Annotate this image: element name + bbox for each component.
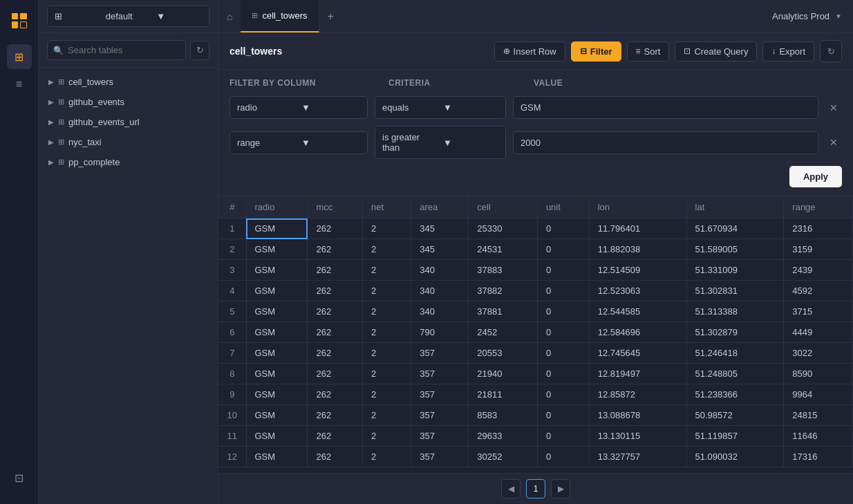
cell-3-radio[interactable]: GSM <box>246 260 308 281</box>
cell-8-lon[interactable]: 12.819497 <box>589 364 686 384</box>
cell-1-net[interactable]: 2 <box>363 218 411 239</box>
cell-6-range[interactable]: 4449 <box>784 322 853 343</box>
sidebar-item-nyc-taxi[interactable]: ▶ ⊞ nyc_taxi <box>39 132 218 152</box>
cell-9-cell[interactable]: 21811 <box>469 384 538 405</box>
cell-3-area[interactable]: 340 <box>411 260 469 281</box>
cell-5-unit[interactable]: 0 <box>537 301 589 322</box>
cell-12-range[interactable]: 17316 <box>784 447 853 467</box>
table-row[interactable]: 8GSM262235721940012.81949751.2488058590 <box>218 364 853 384</box>
sort-button[interactable]: ≡ Sort <box>627 41 670 62</box>
cell-10-area[interactable]: 357 <box>411 405 469 426</box>
cell-2-range[interactable]: 3159 <box>784 239 853 260</box>
cell-4-lat[interactable]: 51.302831 <box>686 281 784 301</box>
cell-1-mcc[interactable]: 262 <box>308 218 363 239</box>
cell-12-cell[interactable]: 30252 <box>469 447 538 467</box>
cell-1-lon[interactable]: 11.796401 <box>589 218 686 239</box>
cell-4-lon[interactable]: 12.523063 <box>589 281 686 301</box>
cell-2-row[interactable]: 2 <box>218 239 246 260</box>
refresh-button[interactable]: ↻ <box>190 41 209 60</box>
cell-10-net[interactable]: 2 <box>363 405 411 426</box>
cell-12-unit[interactable]: 0 <box>537 447 589 467</box>
cell-8-radio[interactable]: GSM <box>246 364 308 384</box>
cell-9-range[interactable]: 9964 <box>784 384 853 405</box>
table-row[interactable]: 5GSM262234037881012.54458551.3133883715 <box>218 301 853 322</box>
filter-button[interactable]: ⊟ Filter <box>571 41 621 62</box>
cell-3-lat[interactable]: 51.331009 <box>686 260 784 281</box>
cell-11-radio[interactable]: GSM <box>246 426 308 447</box>
table-row[interactable]: 9GSM262235721811012.8587251.2383669964 <box>218 384 853 405</box>
cell-7-unit[interactable]: 0 <box>537 343 589 364</box>
sidebar-item-pp-complete[interactable]: ▶ ⊞ pp_complete <box>39 152 218 172</box>
cell-8-cell[interactable]: 21940 <box>469 364 538 384</box>
cell-9-net[interactable]: 2 <box>363 384 411 405</box>
sidebar-item-cell-towers[interactable]: ▶ ⊞ cell_towers <box>39 72 218 92</box>
cell-5-row[interactable]: 5 <box>218 301 246 322</box>
cell-6-net[interactable]: 2 <box>363 322 411 343</box>
filter-remove-2[interactable]: ✕ <box>825 134 842 151</box>
cell-10-range[interactable]: 24815 <box>784 405 853 426</box>
cell-1-cell[interactable]: 25330 <box>469 218 538 239</box>
cell-3-unit[interactable]: 0 <box>537 260 589 281</box>
cell-11-lat[interactable]: 51.119857 <box>686 426 784 447</box>
add-tab-button[interactable]: + <box>319 10 342 23</box>
cell-11-mcc[interactable]: 262 <box>308 426 363 447</box>
filter-criteria-select-2[interactable]: is greater than ▼ <box>375 126 506 159</box>
search-input[interactable] <box>68 45 180 55</box>
cell-11-unit[interactable]: 0 <box>537 426 589 447</box>
nav-settings-icon[interactable]: ⊡ <box>7 465 32 490</box>
cell-9-lat[interactable]: 51.238366 <box>686 384 784 405</box>
cell-3-net[interactable]: 2 <box>363 260 411 281</box>
cell-4-range[interactable]: 4592 <box>784 281 853 301</box>
cell-6-row[interactable]: 6 <box>218 322 246 343</box>
cell-9-mcc[interactable]: 262 <box>308 384 363 405</box>
cell-4-net[interactable]: 2 <box>363 281 411 301</box>
cell-3-cell[interactable]: 37883 <box>469 260 538 281</box>
cell-5-range[interactable]: 3715 <box>784 301 853 322</box>
cell-2-unit[interactable]: 0 <box>537 239 589 260</box>
home-breadcrumb[interactable]: ⌂ <box>218 11 241 22</box>
cell-9-radio[interactable]: GSM <box>246 384 308 405</box>
cell-6-radio[interactable]: GSM <box>246 322 308 343</box>
table-refresh-button[interactable]: ↻ <box>820 40 842 62</box>
cell-1-radio[interactable]: GSM <box>246 218 308 239</box>
table-row[interactable]: 3GSM262234037883012.51450951.3310092439 <box>218 260 853 281</box>
cell-11-net[interactable]: 2 <box>363 426 411 447</box>
cell-4-unit[interactable]: 0 <box>537 281 589 301</box>
cell-2-radio[interactable]: GSM <box>246 239 308 260</box>
cell-4-mcc[interactable]: 262 <box>308 281 363 301</box>
cell-8-net[interactable]: 2 <box>363 364 411 384</box>
cell-10-cell[interactable]: 8583 <box>469 405 538 426</box>
cell-1-range[interactable]: 2316 <box>784 218 853 239</box>
apply-button[interactable]: Apply <box>789 166 842 187</box>
nav-tables-icon[interactable]: ⊞ <box>7 44 32 69</box>
filter-col-select-2[interactable]: range ▼ <box>229 131 368 154</box>
insert-row-button[interactable]: ⊕ Insert Row <box>494 41 565 62</box>
cell-8-row[interactable]: 8 <box>218 364 246 384</box>
cell-8-area[interactable]: 357 <box>411 364 469 384</box>
cell-7-range[interactable]: 3022 <box>784 343 853 364</box>
cell-1-unit[interactable]: 0 <box>537 218 589 239</box>
cell-12-area[interactable]: 357 <box>411 447 469 467</box>
cell-4-row[interactable]: 4 <box>218 281 246 301</box>
cell-12-lon[interactable]: 13.327757 <box>589 447 686 467</box>
cell-10-unit[interactable]: 0 <box>537 405 589 426</box>
filter-remove-1[interactable]: ✕ <box>825 100 842 116</box>
filter-col-select-1[interactable]: radio ▼ <box>229 96 368 119</box>
cell-6-lon[interactable]: 12.584696 <box>589 322 686 343</box>
cell-11-range[interactable]: 11646 <box>784 426 853 447</box>
export-button[interactable]: ↓ Export <box>762 41 814 62</box>
table-row[interactable]: 6GSM26227902452012.58469651.3028794449 <box>218 322 853 343</box>
cell-12-row[interactable]: 12 <box>218 447 246 467</box>
cell-5-cell[interactable]: 37881 <box>469 301 538 322</box>
cell-10-lon[interactable]: 13.088678 <box>589 405 686 426</box>
cell-6-unit[interactable]: 0 <box>537 322 589 343</box>
cell-2-lon[interactable]: 11.882038 <box>589 239 686 260</box>
db-selector[interactable]: ⊞ default ▼ <box>47 6 209 27</box>
cell-6-mcc[interactable]: 262 <box>308 322 363 343</box>
table-row[interactable]: 11GSM262235729633013.13011551.1198571164… <box>218 426 853 447</box>
cell-1-lat[interactable]: 51.670934 <box>686 218 784 239</box>
cell-6-cell[interactable]: 2452 <box>469 322 538 343</box>
next-page-button[interactable]: ▶ <box>551 479 570 498</box>
cell-9-unit[interactable]: 0 <box>537 384 589 405</box>
table-row[interactable]: 7GSM262235720553012.74564551.2464183022 <box>218 343 853 364</box>
